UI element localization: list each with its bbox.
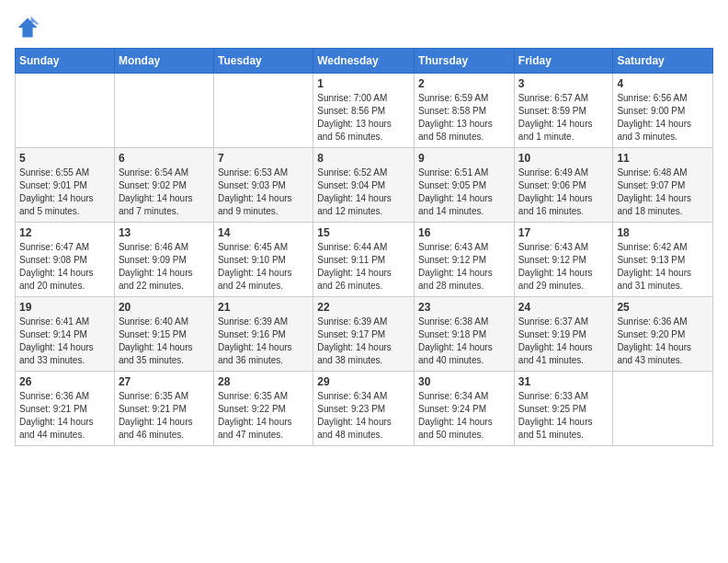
week-row-3: 12Sunrise: 6:47 AMSunset: 9:08 PMDayligh… <box>16 223 713 297</box>
day-info: Sunrise: 6:53 AMSunset: 9:03 PMDaylight:… <box>218 167 309 218</box>
day-number: 10 <box>518 152 609 165</box>
day-info: Sunrise: 6:34 AMSunset: 9:24 PMDaylight:… <box>418 390 510 442</box>
day-cell: 2Sunrise: 6:59 AMSunset: 8:58 PMDaylight… <box>415 74 515 148</box>
day-number: 6 <box>119 152 210 165</box>
day-cell: 11Sunrise: 6:48 AMSunset: 9:07 PMDayligh… <box>613 148 713 223</box>
day-cell <box>213 74 313 148</box>
day-number: 16 <box>418 226 510 239</box>
day-cell: 8Sunrise: 6:52 AMSunset: 9:04 PMDaylight… <box>313 148 415 223</box>
day-number: 24 <box>518 301 609 314</box>
col-header-friday: Friday <box>514 49 613 74</box>
day-number: 8 <box>317 152 410 165</box>
day-info: Sunrise: 6:41 AMSunset: 9:14 PMDaylight:… <box>19 316 110 367</box>
day-info: Sunrise: 6:46 AMSunset: 9:09 PMDaylight:… <box>119 241 210 293</box>
day-cell: 12Sunrise: 6:47 AMSunset: 9:08 PMDayligh… <box>16 223 115 297</box>
col-header-sunday: Sunday <box>16 49 115 74</box>
day-number: 30 <box>418 375 510 388</box>
day-info: Sunrise: 6:37 AMSunset: 9:19 PMDaylight:… <box>518 316 609 367</box>
day-number: 4 <box>617 77 709 90</box>
page-header <box>15 15 713 40</box>
day-number: 1 <box>317 77 410 90</box>
day-number: 15 <box>317 226 410 239</box>
day-cell: 6Sunrise: 6:54 AMSunset: 9:02 PMDaylight… <box>114 148 213 223</box>
day-info: Sunrise: 6:47 AMSunset: 9:08 PMDaylight:… <box>19 241 110 293</box>
day-info: Sunrise: 6:35 AMSunset: 9:22 PMDaylight:… <box>218 390 309 442</box>
day-number: 28 <box>218 375 309 388</box>
day-info: Sunrise: 6:40 AMSunset: 9:15 PMDaylight:… <box>119 316 210 367</box>
day-cell: 24Sunrise: 6:37 AMSunset: 9:19 PMDayligh… <box>514 297 613 372</box>
col-header-monday: Monday <box>114 49 213 74</box>
day-cell: 13Sunrise: 6:46 AMSunset: 9:09 PMDayligh… <box>114 223 213 297</box>
day-info: Sunrise: 6:36 AMSunset: 9:21 PMDaylight:… <box>19 390 110 442</box>
day-cell: 7Sunrise: 6:53 AMSunset: 9:03 PMDaylight… <box>213 148 313 223</box>
day-number: 29 <box>317 375 410 388</box>
day-info: Sunrise: 6:59 AMSunset: 8:58 PMDaylight:… <box>418 92 510 144</box>
day-number: 21 <box>218 301 309 314</box>
day-cell: 18Sunrise: 6:42 AMSunset: 9:13 PMDayligh… <box>613 223 713 297</box>
day-cell: 28Sunrise: 6:35 AMSunset: 9:22 PMDayligh… <box>213 372 313 446</box>
week-row-2: 5Sunrise: 6:55 AMSunset: 9:01 PMDaylight… <box>16 148 713 223</box>
day-cell: 21Sunrise: 6:39 AMSunset: 9:16 PMDayligh… <box>213 297 313 372</box>
day-cell: 22Sunrise: 6:39 AMSunset: 9:17 PMDayligh… <box>313 297 415 372</box>
col-header-tuesday: Tuesday <box>213 49 313 74</box>
day-info: Sunrise: 6:52 AMSunset: 9:04 PMDaylight:… <box>317 167 410 218</box>
day-info: Sunrise: 6:55 AMSunset: 9:01 PMDaylight:… <box>19 167 110 218</box>
day-number: 12 <box>19 226 110 239</box>
day-info: Sunrise: 6:54 AMSunset: 9:02 PMDaylight:… <box>119 167 210 218</box>
day-number: 7 <box>218 152 309 165</box>
day-cell: 14Sunrise: 6:45 AMSunset: 9:10 PMDayligh… <box>213 223 313 297</box>
day-cell: 17Sunrise: 6:43 AMSunset: 9:12 PMDayligh… <box>514 223 613 297</box>
day-cell <box>613 372 713 446</box>
day-number: 22 <box>317 301 410 314</box>
day-number: 19 <box>19 301 110 314</box>
col-header-wednesday: Wednesday <box>313 49 415 74</box>
day-cell: 26Sunrise: 6:36 AMSunset: 9:21 PMDayligh… <box>16 372 115 446</box>
day-info: Sunrise: 7:00 AMSunset: 8:56 PMDaylight:… <box>317 92 410 144</box>
day-info: Sunrise: 6:35 AMSunset: 9:21 PMDaylight:… <box>119 390 210 442</box>
day-number: 17 <box>518 226 609 239</box>
day-number: 5 <box>19 152 110 165</box>
day-info: Sunrise: 6:39 AMSunset: 9:17 PMDaylight:… <box>317 316 410 367</box>
day-cell: 29Sunrise: 6:34 AMSunset: 9:23 PMDayligh… <box>313 372 415 446</box>
day-cell: 25Sunrise: 6:36 AMSunset: 9:20 PMDayligh… <box>613 297 713 372</box>
day-info: Sunrise: 6:43 AMSunset: 9:12 PMDaylight:… <box>518 241 609 293</box>
day-info: Sunrise: 6:56 AMSunset: 9:00 PMDaylight:… <box>617 92 709 144</box>
day-number: 9 <box>418 152 510 165</box>
col-header-saturday: Saturday <box>613 49 713 74</box>
day-info: Sunrise: 6:34 AMSunset: 9:23 PMDaylight:… <box>317 390 410 442</box>
day-cell: 19Sunrise: 6:41 AMSunset: 9:14 PMDayligh… <box>16 297 115 372</box>
logo <box>15 15 44 40</box>
day-number: 31 <box>518 375 609 388</box>
day-number: 18 <box>617 226 709 239</box>
day-info: Sunrise: 6:45 AMSunset: 9:10 PMDaylight:… <box>218 241 309 293</box>
day-cell: 15Sunrise: 6:44 AMSunset: 9:11 PMDayligh… <box>313 223 415 297</box>
day-number: 2 <box>418 77 510 90</box>
day-number: 26 <box>19 375 110 388</box>
day-cell: 20Sunrise: 6:40 AMSunset: 9:15 PMDayligh… <box>114 297 213 372</box>
day-cell: 1Sunrise: 7:00 AMSunset: 8:56 PMDaylight… <box>313 74 415 148</box>
week-row-1: 1Sunrise: 7:00 AMSunset: 8:56 PMDaylight… <box>16 74 713 148</box>
day-number: 11 <box>617 152 709 165</box>
day-info: Sunrise: 6:51 AMSunset: 9:05 PMDaylight:… <box>418 167 510 218</box>
day-info: Sunrise: 6:39 AMSunset: 9:16 PMDaylight:… <box>218 316 309 367</box>
day-cell: 31Sunrise: 6:33 AMSunset: 9:25 PMDayligh… <box>514 372 613 446</box>
week-row-5: 26Sunrise: 6:36 AMSunset: 9:21 PMDayligh… <box>16 372 713 446</box>
day-cell: 9Sunrise: 6:51 AMSunset: 9:05 PMDaylight… <box>415 148 515 223</box>
day-info: Sunrise: 6:48 AMSunset: 9:07 PMDaylight:… <box>617 167 709 218</box>
day-cell: 10Sunrise: 6:49 AMSunset: 9:06 PMDayligh… <box>514 148 613 223</box>
day-number: 13 <box>119 226 210 239</box>
day-number: 23 <box>418 301 510 314</box>
logo-icon <box>15 15 40 40</box>
day-cell <box>114 74 213 148</box>
day-cell: 30Sunrise: 6:34 AMSunset: 9:24 PMDayligh… <box>415 372 515 446</box>
day-cell: 5Sunrise: 6:55 AMSunset: 9:01 PMDaylight… <box>16 148 115 223</box>
day-info: Sunrise: 6:33 AMSunset: 9:25 PMDaylight:… <box>518 390 609 442</box>
day-number: 25 <box>617 301 709 314</box>
day-cell: 16Sunrise: 6:43 AMSunset: 9:12 PMDayligh… <box>415 223 515 297</box>
calendar-table: SundayMondayTuesdayWednesdayThursdayFrid… <box>15 48 713 446</box>
day-info: Sunrise: 6:44 AMSunset: 9:11 PMDaylight:… <box>317 241 410 293</box>
day-info: Sunrise: 6:49 AMSunset: 9:06 PMDaylight:… <box>518 167 609 218</box>
day-info: Sunrise: 6:57 AMSunset: 8:59 PMDaylight:… <box>518 92 609 144</box>
day-cell: 4Sunrise: 6:56 AMSunset: 9:00 PMDaylight… <box>613 74 713 148</box>
day-number: 27 <box>119 375 210 388</box>
